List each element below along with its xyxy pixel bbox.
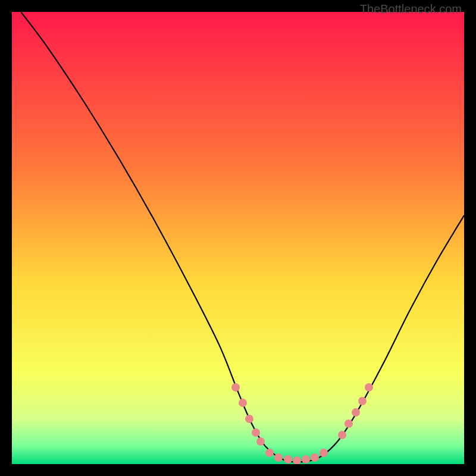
watermark-text: TheBottleneck.com xyxy=(360,2,462,16)
highlight-dot xyxy=(284,455,292,464)
highlight-dot xyxy=(345,419,353,428)
highlight-dot xyxy=(358,397,367,405)
highlight-dot xyxy=(274,453,283,462)
highlight-dot xyxy=(352,408,360,416)
highlight-dots xyxy=(12,12,464,464)
highlight-dot xyxy=(365,383,373,392)
highlight-dot xyxy=(320,449,328,457)
highlight-dot xyxy=(245,415,253,423)
highlight-dot xyxy=(338,431,346,439)
highlight-dot xyxy=(265,449,274,457)
highlight-dot xyxy=(311,453,319,462)
highlight-dot xyxy=(252,428,260,437)
highlight-dot xyxy=(302,455,310,464)
frame: TheBottleneck.com xyxy=(0,0,476,476)
highlight-dot xyxy=(256,437,265,446)
highlight-dot xyxy=(293,456,301,464)
highlight-dot xyxy=(231,383,240,392)
plot-area xyxy=(12,12,464,464)
highlight-dot xyxy=(239,399,247,407)
